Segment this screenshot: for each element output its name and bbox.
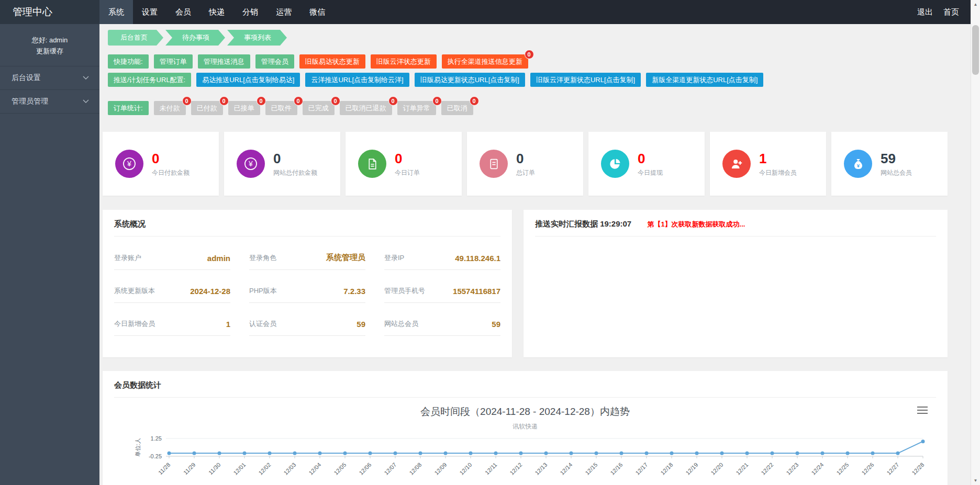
- file-icon: [358, 150, 386, 178]
- svg-text:12/28: 12/28: [910, 461, 925, 476]
- svg-text:¥: ¥: [856, 162, 860, 168]
- picked-up-button[interactable]: 已取件0: [265, 101, 297, 115]
- panel-title: 系统概况: [114, 219, 500, 236]
- manage-orders-button[interactable]: 管理订单: [154, 54, 193, 69]
- order-stats-label[interactable]: 订单统计:: [108, 101, 149, 115]
- svg-text:12/11: 12/11: [484, 461, 498, 476]
- svg-text:12/27: 12/27: [885, 461, 900, 476]
- overview-cell-admin-phone: 管理员手机号15574116817: [384, 286, 500, 303]
- manage-push-messages-button[interactable]: 管理推送消息: [198, 54, 250, 69]
- count-badge: 0: [294, 96, 303, 106]
- accepted-button[interactable]: 已接单0: [228, 101, 260, 115]
- svg-text:12/22: 12/22: [760, 461, 774, 476]
- svg-text:12/18: 12/18: [659, 461, 674, 476]
- menu-item-label: 后台设置: [12, 73, 41, 83]
- breadcrumb-todo[interactable]: 待办事项: [165, 30, 225, 46]
- legacy-yida-status-update-button[interactable]: 旧版易达状态更新: [299, 54, 365, 69]
- refresh-cache-link[interactable]: 更新缓存: [0, 46, 99, 57]
- overview-cell-verified-members: 认证会员59: [249, 319, 365, 336]
- svg-text:12/04: 12/04: [307, 461, 322, 476]
- main-nav: 系统 设置 会员 快递 分销 运营 微信: [99, 0, 912, 24]
- yida-push-url-copy-button[interactable]: 易达推送URL[点击复制给易达]: [196, 73, 300, 87]
- scrollbar-thumb[interactable]: [972, 25, 979, 75]
- nav-tab-system[interactable]: 系统: [99, 0, 133, 24]
- sidebar-item-admin-management[interactable]: 管理员管理: [0, 90, 99, 114]
- manage-members-button[interactable]: 管理会员: [255, 54, 294, 69]
- card-total-members: ¥ 59网站总会员: [831, 132, 948, 196]
- push-panel-title: 推送实时汇报数据 19:29:07: [535, 219, 631, 228]
- svg-text:12/12: 12/12: [508, 461, 523, 476]
- user-plus-icon: [722, 150, 751, 178]
- svg-text:12/19: 12/19: [684, 461, 699, 476]
- cancelled-refunded-button[interactable]: 已取消已退款0: [340, 101, 392, 115]
- stat-value: 0: [152, 151, 190, 167]
- breadcrumb-home[interactable]: 后台首页: [108, 30, 163, 46]
- count-badge: 0: [432, 96, 442, 106]
- sidebar-item-backend-settings[interactable]: 后台设置: [0, 66, 99, 90]
- file-icon: [480, 150, 508, 178]
- svg-text:¥: ¥: [127, 160, 131, 168]
- chart-subtitle: 讯软快递: [114, 422, 936, 431]
- overview-cell-new-members: 今日新增会员1: [114, 319, 230, 336]
- legacy-yida-update-status-url-button[interactable]: 旧版易达更新状态URL[点击复制]: [415, 73, 525, 87]
- nav-tab-operations[interactable]: 运营: [267, 0, 300, 24]
- cancelled-button[interactable]: 已取消0: [441, 101, 473, 115]
- svg-text:12/15: 12/15: [584, 461, 598, 476]
- run-all-channel-push-update-button[interactable]: 执行全渠道推送信息更新0: [442, 54, 528, 69]
- count-badge: 0: [331, 96, 340, 106]
- member-stats-panel: 会员数据统计 会员时间段（2024-11-28 - 2024-12-28）内趋势…: [103, 371, 948, 485]
- topbar-actions: 退出 首页: [912, 0, 964, 24]
- svg-text:12/24: 12/24: [810, 461, 825, 476]
- logout-link[interactable]: 退出: [912, 0, 938, 24]
- svg-text:12/10: 12/10: [458, 461, 473, 476]
- svg-text:12/05: 12/05: [332, 461, 347, 476]
- count-badge: 0: [219, 96, 229, 106]
- svg-text:12/25: 12/25: [835, 461, 850, 476]
- completed-button[interactable]: 已完成0: [303, 101, 335, 115]
- new-all-channel-update-status-url-button[interactable]: 新版全渠道更新状态URL[点击复制]: [646, 73, 763, 87]
- svg-text:12/13: 12/13: [533, 461, 548, 476]
- stat-value: 59: [881, 151, 912, 167]
- count-badge: 0: [257, 96, 266, 106]
- scroll-down-arrow[interactable]: ▼: [971, 476, 980, 485]
- nav-tab-settings[interactable]: 设置: [133, 0, 166, 24]
- greeting-text: 您好: admin: [0, 35, 99, 46]
- paid-button[interactable]: 已付款0: [191, 101, 223, 115]
- nav-tab-wechat[interactable]: 微信: [300, 0, 334, 24]
- svg-text:11/29: 11/29: [182, 461, 196, 476]
- stat-label: 网站总会员: [881, 168, 912, 177]
- overview-cell-login-role: 登录角色系统管理员: [249, 253, 365, 270]
- nav-tab-distribution[interactable]: 分销: [233, 0, 267, 24]
- chevron-down-icon: [83, 99, 89, 104]
- quick-functions-label[interactable]: 快捷功能:: [108, 54, 149, 69]
- unpaid-button[interactable]: 未付款0: [154, 101, 186, 115]
- scroll-up-arrow[interactable]: ▲: [971, 0, 980, 9]
- svg-text:11/30: 11/30: [207, 461, 221, 476]
- yunyang-push-url-copy-button[interactable]: 云洋推送URL[点击复制给云洋]: [305, 73, 409, 87]
- legacy-yunyang-update-status-url-button[interactable]: 旧版云洋更新状态URL[点击复制]: [530, 73, 641, 87]
- svg-text:12/01: 12/01: [232, 461, 247, 476]
- main-content: 后台首页 待办事项 事项列表 快捷功能: 管理订单 管理推送消息 管理会员 旧版…: [103, 24, 948, 485]
- chart-menu-icon[interactable]: [917, 406, 928, 416]
- svg-text:12/07: 12/07: [383, 461, 397, 476]
- trend-line-chart: 1.25-0.25单位:人11/2811/2911/3012/0112/0212…: [114, 434, 936, 485]
- breadcrumb-item-list[interactable]: 事项列表: [227, 30, 287, 46]
- order-stats-row: 订单统计: 未付款0 已付款0 已接单0 已取件0 已完成0 已取消已退款0 订…: [108, 101, 948, 115]
- chart-header: 会员时间段（2024-11-28 - 2024-12-28）内趋势: [114, 405, 936, 419]
- svg-text:12/06: 12/06: [358, 461, 372, 476]
- legacy-yunyang-status-update-button[interactable]: 旧版云洋状态更新: [371, 54, 437, 69]
- order-abnormal-button[interactable]: 订单异常0: [397, 101, 436, 115]
- yen-circle-icon: ¥: [115, 150, 143, 178]
- count-badge: 0: [525, 50, 534, 59]
- stat-label: 网站总付款金额: [273, 168, 317, 177]
- svg-text:1.25: 1.25: [151, 435, 162, 442]
- home-link[interactable]: 首页: [938, 0, 964, 24]
- overview-cell-update-version: 系统更新版本2024-12-28: [114, 286, 230, 303]
- push-task-url-config-label[interactable]: 推送/计划任务URL配置:: [108, 73, 191, 87]
- nav-tab-members[interactable]: 会员: [166, 0, 200, 24]
- stat-label: 总订单: [516, 168, 535, 177]
- stat-value: 1: [759, 151, 797, 167]
- nav-tab-express[interactable]: 快递: [200, 0, 233, 24]
- vertical-scrollbar[interactable]: ▲ ▼: [971, 0, 980, 485]
- svg-text:12/16: 12/16: [609, 461, 623, 476]
